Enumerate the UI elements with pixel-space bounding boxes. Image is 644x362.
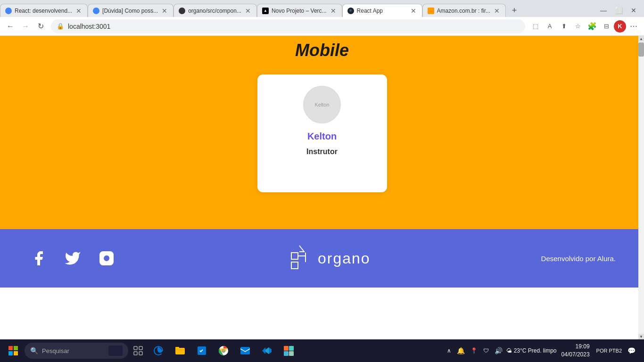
svg-rect-25: [289, 351, 294, 356]
tab-label: React App: [357, 8, 407, 14]
organo-logo-icon: [288, 243, 311, 273]
address-bar[interactable]: 🔒 localhost:3001: [51, 19, 525, 33]
taskbar: 🔍 Pesquisar: [0, 339, 644, 362]
nav-right-controls: ⬚ A ⬆ ☆ 🧩 ⊟ K ⋯: [529, 20, 640, 33]
tab-close-icon[interactable]: ✕: [410, 7, 417, 15]
location-icon[interactable]: 📍: [469, 346, 479, 356]
search-label: Pesquisar: [42, 347, 69, 354]
taskbar-file-explorer-app[interactable]: [170, 340, 190, 361]
task-view-button[interactable]: [129, 342, 147, 360]
avatar: Kelton: [303, 86, 341, 123]
svg-rect-11: [139, 346, 142, 350]
system-tray: ∧ 🔔 📍 🛡 🔊 🌤 23°C Pred. limpo 19:09 04/07…: [441, 343, 641, 359]
tab-close-icon[interactable]: ✕: [161, 7, 168, 15]
svg-rect-6: [8, 346, 13, 350]
language-display: POR PTB2: [594, 347, 624, 354]
scrollbar[interactable]: ▲ ▼: [638, 36, 644, 339]
show-hidden-icon[interactable]: ∧: [445, 346, 453, 356]
time-text: 19:09: [576, 343, 590, 351]
maximize-button[interactable]: ⬜: [612, 4, 625, 17]
action-center-icon[interactable]: 💬: [626, 345, 637, 356]
tab-react-desenvolv[interactable]: React: desenvolvend... ✕: [0, 4, 88, 17]
tab-react-app[interactable]: ⚛ React App ✕: [342, 4, 422, 17]
scroll-down-arrow[interactable]: ▼: [638, 334, 644, 339]
share-button[interactable]: ⬆: [557, 20, 570, 33]
taskbar-edge-app[interactable]: [148, 340, 169, 361]
screenshot-button[interactable]: ⬚: [529, 20, 542, 33]
twitter-icon[interactable]: [62, 248, 83, 269]
clock-display[interactable]: 19:09 04/07/2023: [559, 343, 593, 359]
logo-area: organo: [288, 243, 371, 273]
taskbar-puzzle-app[interactable]: [278, 340, 299, 361]
taskbar-vscode-app[interactable]: [256, 340, 277, 361]
svg-rect-24: [284, 351, 289, 356]
taskbar-search[interactable]: 🔍 Pesquisar: [25, 343, 128, 359]
start-button[interactable]: [3, 340, 24, 361]
forward-button[interactable]: →: [19, 20, 32, 33]
tab-amazon[interactable]: Amazon.com.br : fir... ✕: [422, 4, 506, 17]
nav-bar: ← → ↻ 🔒 localhost:3001 ⬚ A ⬆ ☆ 🧩 ⊟ K ⋯: [0, 17, 644, 36]
facebook-icon[interactable]: [28, 248, 49, 269]
weather-icon: 🌤: [506, 347, 512, 354]
svg-rect-14: [175, 348, 185, 354]
weather-text: 23°C Pred. limpo: [514, 347, 557, 354]
close-window-button[interactable]: ✕: [627, 4, 640, 17]
scrollbar-thumb[interactable]: [638, 42, 644, 57]
weather-display[interactable]: 🌤 23°C Pred. limpo: [506, 347, 557, 354]
avatar-fallback: Kelton: [314, 102, 329, 107]
instagram-icon[interactable]: [96, 248, 117, 269]
menu-button[interactable]: ⋯: [627, 20, 640, 33]
tab-close-icon[interactable]: ✕: [330, 7, 337, 15]
card-role: Instrutor: [306, 148, 338, 156]
tab-close-icon[interactable]: ✕: [75, 7, 83, 15]
taskbar-chrome-app[interactable]: [213, 340, 234, 361]
tab-label: React: desenvolvend...: [15, 8, 72, 14]
svg-rect-7: [14, 346, 18, 350]
sidebar-button[interactable]: ⊟: [600, 20, 613, 33]
svg-rect-23: [289, 346, 294, 351]
yellow-section: Mobile Kelton Kelton Instrutor: [0, 36, 644, 229]
notification-icon[interactable]: 🔔: [455, 345, 467, 356]
svg-rect-3: [291, 262, 298, 269]
tab-close-icon[interactable]: ✕: [244, 7, 252, 15]
new-tab-button[interactable]: +: [508, 4, 521, 17]
translate-button[interactable]: A: [543, 20, 556, 33]
taskbar-outlook-app[interactable]: [235, 340, 256, 361]
tab-bar: React: desenvolvend... ✕ [Dúvida] Como p…: [0, 0, 644, 17]
taskbar-store-app[interactable]: [191, 340, 212, 361]
tab-label: [Dúvida] Como poss...: [102, 8, 158, 14]
minimize-button[interactable]: —: [597, 4, 610, 17]
browser-chrome: React: desenvolvend... ✕ [Dúvida] Como p…: [0, 0, 644, 36]
social-icons: [28, 248, 117, 269]
svg-rect-9: [14, 351, 18, 355]
svg-rect-2: [291, 253, 298, 259]
tab-close-icon[interactable]: ✕: [493, 7, 501, 15]
tab-novo-projeto[interactable]: ▲ Novo Projeto – Verc... ✕: [257, 4, 342, 17]
tab-duvida[interactable]: [Dúvida] Como poss... ✕: [88, 4, 173, 17]
section-title: Mobile: [295, 36, 349, 70]
page-content: Mobile Kelton Kelton Instrutor: [0, 36, 644, 339]
reload-button[interactable]: ↻: [34, 20, 47, 33]
bookmark-button[interactable]: ☆: [571, 20, 585, 33]
svg-rect-22: [284, 346, 289, 351]
logo-text: organo: [318, 250, 371, 267]
card-name: Kelton: [307, 131, 337, 142]
tab-label: Amazon.com.br : fir...: [437, 8, 490, 14]
security-icon[interactable]: 🛡: [481, 346, 491, 356]
svg-rect-12: [134, 352, 137, 355]
svg-rect-10: [134, 346, 137, 350]
date-text: 04/07/2023: [561, 351, 590, 359]
back-button[interactable]: ←: [4, 20, 17, 33]
dev-credit: Desenvolvido por Alura.: [541, 255, 616, 263]
extensions-button[interactable]: 🧩: [586, 20, 599, 33]
tab-organo-src[interactable]: organo/src/compon... ✕: [173, 4, 257, 17]
svg-rect-8: [8, 351, 13, 355]
svg-rect-19: [240, 347, 250, 354]
footer: organo Desenvolvido por Alura.: [0, 229, 644, 288]
volume-icon[interactable]: 🔊: [493, 345, 504, 356]
lock-icon: 🔒: [57, 23, 64, 30]
tab-label: organo/src/compon...: [188, 8, 241, 14]
profile-button[interactable]: K: [614, 20, 626, 33]
svg-marker-21: [265, 347, 269, 354]
scroll-up-arrow[interactable]: ▲: [638, 36, 644, 41]
